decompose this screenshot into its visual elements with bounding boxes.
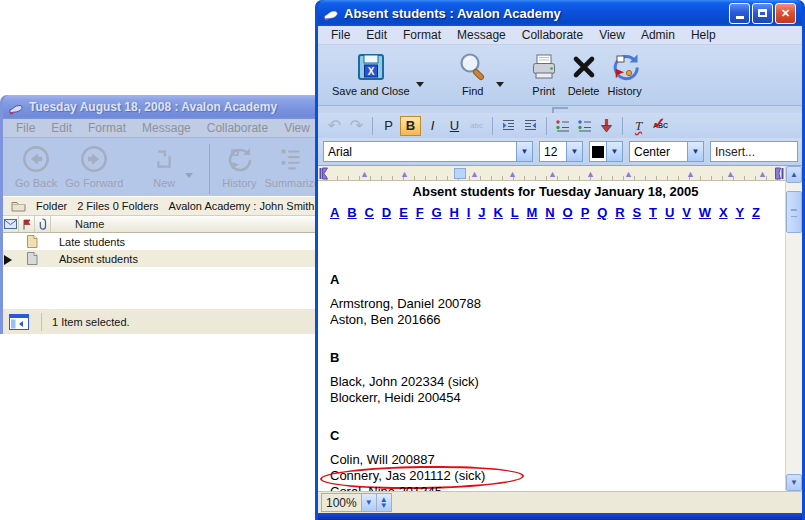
save-and-close-button[interactable]: X Save and Close [328,49,414,98]
tab-stop-marker[interactable]: ▲ [758,169,767,179]
italic-button[interactable]: I [422,116,443,136]
alphabet-link[interactable]: H [450,205,459,220]
menu-item[interactable]: Format [80,119,134,137]
alphabet-link[interactable]: T [649,205,657,220]
history-button[interactable]: History [603,49,645,98]
scroll-up-icon[interactable]: ▲ [786,166,802,183]
alphabet-link[interactable]: V [682,205,691,220]
go-back-button[interactable]: Go Back [11,141,61,190]
tab-stop-marker[interactable]: ▲ [508,169,517,179]
alphabet-link[interactable]: A [330,205,339,220]
alphabet-link[interactable]: I [467,205,471,220]
alphabet-link[interactable]: K [493,205,502,220]
alphabet-link[interactable]: D [382,205,391,220]
alphabet-link[interactable]: X [719,205,728,220]
menu-item[interactable]: View [591,26,633,44]
menu-item[interactable]: Edit [358,26,395,44]
menu-item[interactable]: Message [449,26,514,44]
chevron-down-icon[interactable]: ▼ [566,142,582,161]
menu-item[interactable]: View [276,119,318,137]
tab-stop-marker[interactable]: ▲ [686,169,695,179]
tab-stop-marker[interactable]: ▲ [548,169,557,179]
bold-button[interactable]: B [400,116,421,136]
redo-icon[interactable]: ↷ [346,116,367,136]
alignment-select[interactable]: Center ▼ [629,141,704,162]
menu-item[interactable]: Collaborate [199,119,276,137]
alphabet-link[interactable]: U [665,205,674,220]
alphabet-link[interactable]: M [527,205,538,220]
alphabet-link[interactable]: W [699,205,711,220]
window-pane-icon[interactable] [9,314,29,330]
envelope-column-icon[interactable] [3,216,19,232]
alphabet-link[interactable]: R [615,205,624,220]
zoom-spinner[interactable]: ▲▼ [376,494,391,511]
text-color-icon[interactable]: T [628,116,649,136]
find-button[interactable]: Find [452,49,494,98]
alphabet-link[interactable]: E [399,205,408,220]
minimize-button[interactable] [729,3,750,24]
alphabet-link[interactable]: Y [735,205,744,220]
print-button[interactable]: Print [524,49,564,98]
indent-decrease-icon[interactable] [520,116,541,136]
menu-item[interactable]: Collaborate [514,26,591,44]
menu-item[interactable]: Edit [43,119,80,137]
tab-stop-marker[interactable]: ▲ [470,169,479,179]
alphabet-link[interactable]: Q [597,205,607,220]
ruler[interactable]: ▲ ▲ ▲ ▲ ▲ ▲ ▲ ▲ ▲ ▲ [318,166,785,181]
underline-button[interactable]: U [444,116,465,136]
menu-item[interactable]: File [8,119,43,137]
alphabet-link[interactable]: C [365,205,374,220]
save-dropdown-caret[interactable] [416,82,424,87]
menu-item[interactable]: Admin [633,26,683,44]
alphabet-link[interactable]: B [347,205,356,220]
menu-item[interactable]: Help [683,26,724,44]
chevron-down-icon[interactable]: ▼ [516,142,532,161]
alphabet-link[interactable]: F [416,205,424,220]
find-dropdown-caret[interactable] [496,82,504,87]
bullet-list-icon[interactable] [552,116,573,136]
indent-increase-icon[interactable] [498,116,519,136]
alphabet-link[interactable]: G [432,205,442,220]
menu-item[interactable]: File [323,26,358,44]
new-dropdown-caret[interactable] [185,173,193,178]
bg-history-button[interactable]: History [218,141,260,190]
alphabet-link[interactable]: J [478,205,485,220]
scrollbar-track[interactable] [786,183,802,474]
tab-stop-marker[interactable]: ▲ [400,169,409,179]
alphabet-link[interactable]: P [581,205,590,220]
numbered-list-icon[interactable] [574,116,595,136]
zoom-dropdown-icon[interactable]: ▼ [361,494,376,511]
alphabet-link[interactable]: N [545,205,554,220]
tab-stop-marker[interactable]: ▲ [726,169,735,179]
rich-text-editor[interactable]: Absent students for Tuesday January 18, … [318,181,785,491]
font-family-select[interactable]: Arial ▼ [323,141,533,162]
flag-column-icon[interactable] [19,216,35,232]
indent-marker[interactable] [454,168,466,179]
tab-stop-marker[interactable]: ▲ [360,169,369,179]
spell-check-icon[interactable]: ABC ✓ [650,116,671,136]
toolbar-collapse-handle[interactable] [318,105,802,113]
new-button[interactable]: New [145,141,183,190]
paperclip-column-icon[interactable] [35,216,51,232]
alphabet-link[interactable]: S [632,205,641,220]
vertical-scrollbar[interactable]: ▲ ▼ [785,166,802,491]
text-properties-button[interactable]: abc [466,116,487,136]
alphabet-link[interactable]: Z [752,205,760,220]
menu-item[interactable]: Format [395,26,449,44]
insert-section-icon[interactable] [596,116,617,136]
tab-stop-marker[interactable]: ▲ [586,169,595,179]
alphabet-link[interactable]: L [511,205,519,220]
paragraph-style-button[interactable]: P [378,116,399,136]
insert-field[interactable]: Insert... [710,141,798,162]
tab-stop-marker[interactable]: ▲ [624,169,633,179]
scroll-down-icon[interactable]: ▼ [786,474,802,491]
close-button[interactable]: ✕ [775,3,796,24]
maximize-button[interactable] [752,3,773,24]
left-margin-marker[interactable] [319,167,328,179]
alphabet-link[interactable]: O [563,205,573,220]
menu-item[interactable]: Message [134,119,199,137]
font-size-select[interactable]: 12 ▼ [539,141,583,162]
fg-titlebar[interactable]: Absent students : Avalon Academy ✕ [318,0,802,26]
delete-button[interactable]: Delete [564,49,604,98]
zoom-control[interactable]: 100% ▼ ▲▼ [321,493,392,512]
